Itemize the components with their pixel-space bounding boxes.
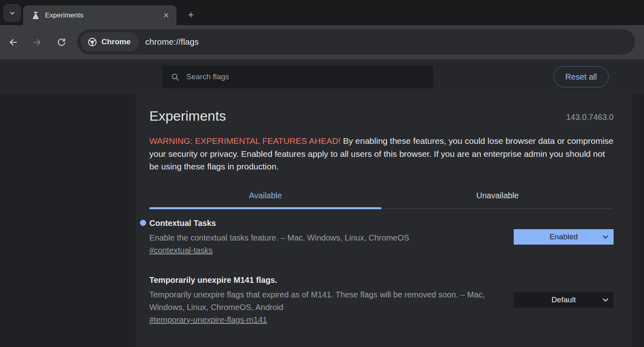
page-head: Experiments 143.0.7463.0 (149, 94, 614, 124)
page-title: Experiments (149, 108, 226, 124)
url-text[interactable]: chrome://flags (145, 37, 199, 47)
flag-permalink[interactable]: #contextual-tasks (149, 246, 213, 255)
back-button[interactable] (5, 34, 22, 51)
flag-name: Contextual Tasks (149, 219, 506, 228)
reload-button[interactable] (53, 34, 70, 51)
search-flags-input[interactable] (186, 72, 433, 81)
reload-icon (56, 37, 67, 48)
experiments-tabs: Available Unavailable (149, 191, 614, 207)
modified-flag-dot (140, 220, 146, 226)
arrow-right-icon (32, 37, 42, 48)
warning-highlight: WARNING: EXPERIMENTAL FEATURES AHEAD! (149, 136, 340, 145)
flag-permalink[interactable]: #temporary-unexpire-flags-m141 (149, 315, 267, 325)
tab-divider-line (381, 207, 614, 209)
flag-select-value: Default (551, 295, 576, 304)
warning-text: WARNING: EXPERIMENTAL FEATURES AHEAD! By… (149, 134, 616, 173)
chrome-page-chip[interactable]: Chrome (81, 32, 139, 52)
tab-search-button[interactable] (3, 4, 21, 22)
browser-tab-experiments[interactable]: Experiments (23, 5, 177, 25)
flask-icon (31, 11, 40, 20)
browser-toolbar: Chrome chrome://flags (0, 25, 644, 59)
flag-select-value: Enabled (549, 232, 578, 241)
flag-description: Enable the contextual tasks feature. – M… (149, 232, 506, 244)
chip-label: Chrome (101, 37, 131, 46)
chevron-down-icon (603, 235, 608, 239)
flag-description: Temporarily unexpire flags that expired … (149, 288, 506, 314)
active-tab-indicator (149, 207, 381, 209)
tab-title: Experiments (45, 11, 160, 20)
flag-row-temporary-unexpire-m141: Temporarily unexpire M141 flags. Tempora… (149, 275, 614, 325)
plus-icon (187, 11, 195, 19)
flag-select[interactable]: Enabled (514, 229, 614, 245)
chevron-down-icon (603, 298, 608, 302)
flags-content-card: Experiments 143.0.7463.0 WARNING: EXPERI… (136, 94, 632, 347)
flag-text: Contextual Tasks Enable the contextual t… (149, 219, 506, 255)
flag-select[interactable]: Default (514, 292, 614, 308)
flag-name-label: Temporarily unexpire M141 flags. (149, 275, 277, 284)
omnibox[interactable]: Chrome chrome://flags (77, 29, 635, 54)
arrow-left-icon (8, 37, 19, 48)
forward-button[interactable] (28, 34, 45, 51)
tab-available[interactable]: Available (149, 191, 381, 207)
new-tab-button[interactable] (182, 6, 199, 23)
tab-unavailable[interactable]: Unavailable (381, 191, 614, 207)
tab-close-icon[interactable] (160, 10, 172, 21)
chevron-down-icon (9, 10, 16, 17)
flag-name: Temporarily unexpire M141 flags. (149, 275, 506, 285)
search-icon (162, 72, 180, 82)
flag-row-contextual-tasks: Contextual Tasks Enable the contextual t… (149, 219, 614, 255)
page-background: Experiments 143.0.7463.0 WARNING: EXPERI… (0, 94, 644, 347)
tab-underline (149, 207, 614, 209)
flag-text: Temporarily unexpire M141 flags. Tempora… (149, 275, 506, 325)
reset-all-button[interactable]: Reset all (554, 66, 609, 87)
version-label: 143.0.7463.0 (566, 113, 614, 124)
tab-strip: Experiments (0, 0, 644, 25)
search-box[interactable] (162, 65, 433, 88)
chrome-logo-icon (87, 37, 97, 47)
flags-page-header: Reset all (0, 59, 644, 94)
flag-name-label: Contextual Tasks (149, 219, 216, 228)
